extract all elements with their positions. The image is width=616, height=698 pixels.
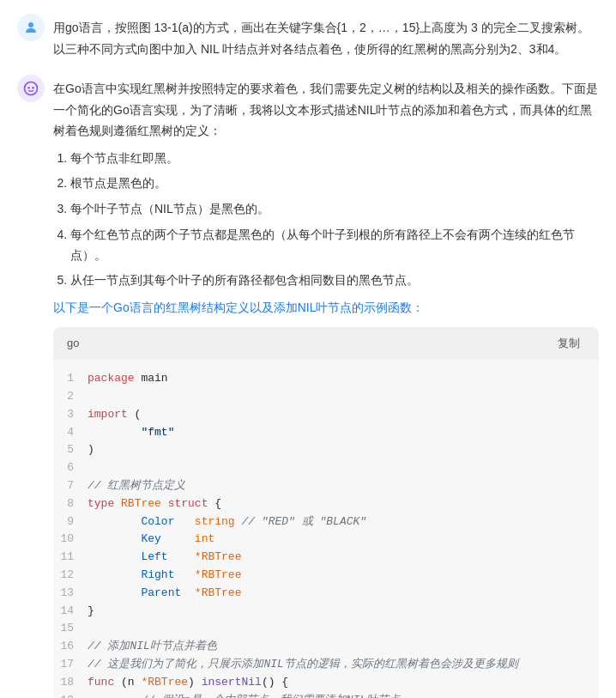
code-line-5: 5 ) (53, 441, 599, 459)
code-line-18: 18 func (n *RBTree) insertNil() { (53, 674, 599, 692)
main-container: 用go语言，按照图 13-1(a)的方式，画出在关键字集合{1，2，…，15}上… (0, 0, 616, 698)
line-number: 16 (53, 638, 88, 656)
svg-point-3 (32, 87, 34, 89)
line-content: // 这是我们为了简化，只展示添加NIL节点的逻辑，实际的红黑树着色会涉及更多规… (88, 656, 599, 674)
code-line-7: 7 // 红黑树节点定义 (53, 477, 599, 495)
line-content: // 添加NIL叶节点并着色 (88, 638, 599, 656)
list-item: 根节点是黑色的。 (70, 173, 599, 194)
list-item: 每个红色节点的两个子节点都是黑色的（从每个叶子到根的所有路径上不会有两个连续的红… (70, 225, 599, 266)
user-message-text: 用go语言，按照图 13-1(a)的方式，画出在关键字集合{1，2，…，15}上… (53, 17, 599, 59)
line-number: 17 (53, 656, 88, 674)
section-intro: 以下是一个Go语言的红黑树结构定义以及添加NIL叶节点的示例函数： (53, 298, 599, 319)
line-content: // 红黑树节点定义 (88, 477, 599, 495)
list-item: 从任一节点到其每个叶子的所有路径都包含相同数目的黑色节点。 (70, 270, 599, 291)
line-content: Left *RBTree (88, 549, 599, 567)
code-line-9: 9 Color string // "RED" 或 "BLACK" (53, 513, 599, 531)
code-lang: go (67, 334, 79, 353)
code-line-6: 6 (53, 459, 599, 477)
line-number: 15 (53, 620, 88, 638)
code-line-3: 3 import ( (53, 406, 599, 424)
code-line-17: 17 // 这是我们为了简化，只展示添加NIL节点的逻辑，实际的红黑树着色会涉及… (53, 656, 599, 674)
ai-avatar (17, 75, 45, 102)
line-content: ) (88, 441, 599, 459)
code-line-2: 2 (53, 388, 599, 406)
code-block: go 复制 1 package main 2 3 import ( (53, 327, 599, 698)
code-line-12: 12 Right *RBTree (53, 567, 599, 585)
code-line-13: 13 Parent *RBTree (53, 585, 599, 603)
code-line-10: 10 Key int (53, 531, 599, 549)
code-line-1: 1 package main (53, 370, 599, 388)
line-number: 4 (53, 424, 88, 442)
code-line-8: 8 type RBTree struct { (53, 495, 599, 513)
line-content (88, 620, 599, 638)
line-content: Right *RBTree (88, 567, 599, 585)
line-number: 13 (53, 585, 88, 603)
svg-point-1 (25, 82, 38, 95)
code-line-19: 19 // 假设n是一个内部节点，我们需要添加NIL叶节点 (53, 692, 599, 698)
line-content: package main (88, 370, 599, 388)
line-number: 6 (53, 459, 88, 477)
code-line-11: 11 Left *RBTree (53, 549, 599, 567)
line-number: 8 (53, 495, 88, 513)
list-item: 每个叶子节点（NIL节点）是黑色的。 (70, 199, 599, 220)
line-content: Color string // "RED" 或 "BLACK" (88, 513, 599, 531)
svg-point-0 (28, 22, 33, 27)
list-item: 每个节点非红即黑。 (70, 149, 599, 169)
line-content: func (n *RBTree) insertNil() { (88, 674, 599, 692)
code-line-16: 16 // 添加NIL叶节点并着色 (53, 638, 599, 656)
line-number: 12 (53, 567, 88, 585)
line-number: 9 (53, 513, 88, 531)
line-number: 18 (53, 674, 88, 692)
ai-message: 在Go语言中实现红黑树并按照特定的要求着色，我们需要先定义树的结构以及相关的操作… (17, 75, 599, 698)
code-line-14: 14 } (53, 603, 599, 621)
ai-intro-text: 在Go语言中实现红黑树并按照特定的要求着色，我们需要先定义树的结构以及相关的操作… (53, 78, 599, 142)
svg-point-2 (27, 87, 30, 89)
line-content (88, 388, 599, 406)
line-number: 11 (53, 549, 88, 567)
line-number: 2 (53, 388, 88, 406)
user-message: 用go语言，按照图 13-1(a)的方式，画出在关键字集合{1，2，…，15}上… (17, 14, 599, 59)
line-number: 19 (53, 692, 88, 698)
code-body: 1 package main 2 3 import ( 4 "fmt" (53, 360, 599, 698)
copy-button[interactable]: 复制 (553, 334, 585, 353)
line-content (88, 459, 599, 477)
rules-list: 每个节点非红即黑。 根节点是黑色的。 每个叶子节点（NIL节点）是黑色的。 每个… (70, 149, 599, 292)
line-content: import ( (88, 406, 599, 424)
line-content: Parent *RBTree (88, 585, 599, 603)
line-content: "fmt" (88, 424, 599, 442)
user-message-content: 用go语言，按照图 13-1(a)的方式，画出在关键字集合{1，2，…，15}上… (53, 14, 599, 59)
code-line-15: 15 (53, 620, 599, 638)
line-content: type RBTree struct { (88, 495, 599, 513)
line-content: Key int (88, 531, 599, 549)
line-number: 7 (53, 477, 88, 495)
code-header: go 复制 (53, 327, 599, 360)
line-number: 5 (53, 441, 88, 459)
line-content: } (88, 603, 599, 621)
user-avatar (17, 14, 45, 41)
line-number: 3 (53, 406, 88, 424)
line-number: 1 (53, 370, 88, 388)
ai-message-content: 在Go语言中实现红黑树并按照特定的要求着色，我们需要先定义树的结构以及相关的操作… (53, 75, 599, 698)
line-number: 10 (53, 531, 88, 549)
line-number: 14 (53, 603, 88, 621)
line-content: // 假设n是一个内部节点，我们需要添加NIL叶节点 (88, 692, 599, 698)
code-line-4: 4 "fmt" (53, 424, 599, 442)
